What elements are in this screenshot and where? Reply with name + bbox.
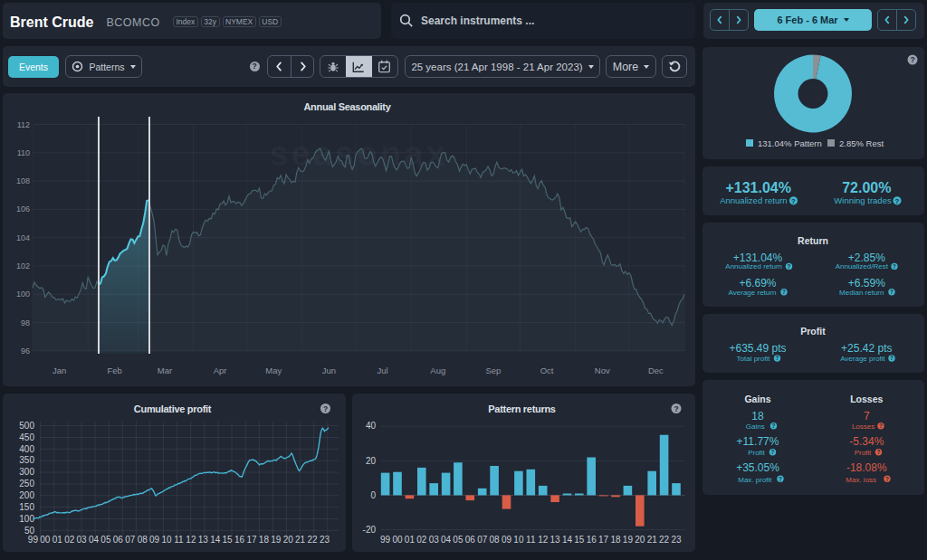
svg-text:Max. profit: Max. profit [738, 476, 772, 484]
svg-text:+11.77%: +11.77% [737, 435, 779, 448]
svg-text:?: ? [776, 355, 779, 361]
svg-text:7: 7 [864, 410, 870, 422]
svg-text:+25.42 pts: +25.42 pts [841, 342, 892, 355]
svg-text:?: ? [782, 289, 786, 295]
svg-text:Gains: Gains [746, 422, 765, 431]
svg-text:?: ? [893, 263, 896, 270]
svg-text:18: 18 [751, 410, 764, 422]
svg-text:?: ? [877, 449, 881, 455]
svg-text:Losses: Losses [850, 394, 883, 404]
svg-text:Max. loss: Max. loss [846, 476, 876, 484]
svg-text:?: ? [890, 289, 894, 295]
svg-text:Annualized/Rest: Annualized/Rest [836, 262, 889, 271]
svg-text:?: ? [890, 355, 894, 361]
svg-text:Return: Return [798, 235, 828, 246]
svg-text:?: ? [885, 476, 889, 482]
svg-text:+35.05%: +35.05% [736, 461, 779, 474]
svg-text:+635.49 pts: +635.49 pts [729, 342, 786, 355]
svg-text:Average profit: Average profit [840, 355, 885, 363]
svg-text:+6.59%: +6.59% [848, 277, 885, 289]
svg-text:Losses: Losses [852, 422, 874, 431]
svg-text:Gains: Gains [744, 394, 770, 404]
svg-text:Profit: Profit [748, 449, 765, 457]
svg-text:?: ? [779, 476, 782, 482]
svg-text:Profit: Profit [855, 449, 872, 457]
svg-text:Average return: Average return [729, 289, 777, 297]
svg-text:-5.34%: -5.34% [849, 435, 884, 448]
svg-text:?: ? [788, 263, 791, 270]
svg-text:-18.08%: -18.08% [846, 461, 887, 474]
svg-text:Total profit: Total profit [737, 355, 771, 363]
svg-text:?: ? [771, 449, 775, 455]
svg-text:?: ? [772, 422, 776, 429]
svg-text:Median return: Median return [839, 289, 884, 297]
svg-text:+6.69%: +6.69% [739, 277, 776, 289]
svg-text:?: ? [879, 422, 883, 429]
svg-text:Profit: Profit [800, 326, 826, 337]
svg-text:Annualized return: Annualized return [725, 262, 782, 271]
